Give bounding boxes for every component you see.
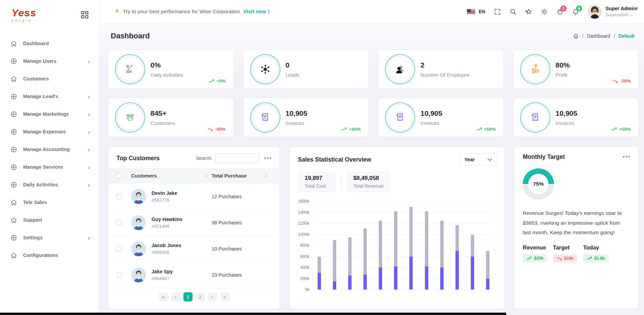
row-checkbox[interactable]	[117, 246, 122, 252]
trend-up-badge: +50%	[477, 127, 496, 132]
pagination-page-1[interactable]: 1	[183, 292, 193, 301]
widget-icon	[10, 234, 17, 241]
stacked-bar-10[interactable]	[455, 225, 459, 290]
user-menu[interactable]: Super Adminr Superadmin ⌄	[588, 4, 638, 19]
chevron-right-icon: ›	[88, 164, 90, 170]
user-avatar	[588, 4, 602, 19]
sidebar-item-manage-expenses[interactable]: Manage Expenses›	[0, 123, 99, 141]
period-select[interactable]: Year	[460, 153, 497, 166]
notifications-bell-icon[interactable]: 4	[572, 8, 579, 15]
sidebar-item-dashboard[interactable]: Dashboard	[0, 35, 99, 52]
chevron-right-icon: ›	[88, 129, 90, 135]
y-axis-tick: 200k	[300, 276, 309, 281]
chevron-right-icon: ›	[88, 111, 90, 117]
row-checkbox[interactable]	[117, 194, 122, 199]
fullscreen-icon[interactable]	[494, 8, 501, 15]
sidebar-item-support[interactable]: Support	[0, 211, 99, 229]
table-row[interactable]: Jacob Jones #589356 10 Purchases	[108, 236, 280, 262]
customer-avatar	[131, 241, 146, 256]
stat-label: Profit	[556, 72, 570, 78]
home-icon[interactable]	[573, 33, 579, 39]
sort-icon[interactable]: ▲▼	[265, 174, 267, 178]
stat-card-leads[interactable]: 0 Leads	[243, 50, 369, 89]
stat-card-customers[interactable]: 845+ Customers -40%	[108, 98, 234, 137]
sidebar-item-tele-sales[interactable]: Tele Sales	[0, 193, 99, 211]
user-role: Superadmin ⌄	[606, 12, 638, 17]
stat-label: Number Of Employee	[421, 72, 469, 78]
stacked-bar-11[interactable]	[471, 235, 474, 290]
stat-card-invoices-3[interactable]: 10,905 Invoices +50%	[513, 98, 639, 137]
stacked-bar-1[interactable]	[318, 257, 321, 290]
light-mode-icon[interactable]	[541, 8, 548, 15]
sort-icon[interactable]: ▲▼	[205, 174, 208, 178]
breadcrumb: / Dashboard / Default	[573, 33, 634, 39]
stat-card-daily-activities[interactable]: 0% Daily Activities +0%	[108, 50, 234, 89]
stacked-bar-6[interactable]	[394, 211, 397, 290]
customers-search-input[interactable]	[215, 153, 259, 163]
trend-up-icon	[587, 257, 592, 260]
pagination-prev[interactable]: ‹	[171, 292, 180, 301]
brand-logo[interactable]: Yess bangla	[12, 8, 36, 22]
stat-label: Daily Activities	[150, 72, 183, 78]
sidebar-item-label: Tele Sales	[23, 200, 47, 205]
table-row[interactable]: Guy Hawkins #321489 38 Purchases	[108, 210, 280, 236]
apps-grid-icon[interactable]	[81, 11, 89, 19]
pagination-first[interactable]: «	[159, 292, 168, 301]
monthly-target-title: Monthly Target	[523, 153, 565, 161]
panel-menu-dots-icon[interactable]: •••	[623, 156, 631, 158]
stat-value: 0%	[150, 61, 183, 69]
search-icon[interactable]	[509, 8, 517, 15]
visit-now-link[interactable]: Visit now !	[243, 8, 269, 15]
stacked-bar-4[interactable]	[363, 228, 367, 290]
column-total-purchase[interactable]: Total Purchase	[212, 173, 247, 179]
column-customers[interactable]: Customers	[131, 173, 157, 179]
stacked-bar-7[interactable]	[409, 207, 413, 290]
breadcrumb-parent[interactable]: Dashboard	[587, 33, 610, 39]
total-cost-box: 19,897 Total Cost	[298, 171, 336, 192]
widget-icon	[10, 111, 17, 118]
trend-up-badge: +50%	[611, 127, 631, 132]
select-all-checkbox[interactable]	[117, 173, 122, 179]
stacked-bar-5[interactable]	[379, 221, 382, 290]
sidebar-item-configurations[interactable]: Configurations	[0, 246, 99, 264]
sidebar-item-manage-users[interactable]: Manage Users›	[0, 52, 99, 70]
stacked-bar-2[interactable]	[333, 240, 336, 290]
period-value: Year	[464, 157, 475, 162]
sidebar-item-settings[interactable]: Settings›	[0, 229, 99, 246]
sidebar-item-manage-accounting[interactable]: Manage Accounting›	[0, 141, 99, 158]
y-axis-tick: 800k	[300, 243, 309, 248]
sidebar-item-customers[interactable]: Customers	[0, 70, 99, 88]
pagination-page-2[interactable]: 2	[196, 292, 205, 301]
favorites-star-icon[interactable]	[525, 8, 532, 15]
sidebar-item-daily-activities[interactable]: Daily Activities›	[0, 176, 99, 193]
stat-value: 10,905	[286, 109, 307, 117]
invoice-icon	[388, 105, 412, 130]
stacked-bar-9[interactable]	[440, 221, 444, 290]
sidebar-item-manage-marketings[interactable]: Manage Marketings›	[0, 105, 99, 123]
stacked-bar-3[interactable]	[348, 237, 352, 290]
stat-card-invoices-2[interactable]: 10,905 Invoices +50%	[378, 98, 504, 137]
trend-down-icon	[557, 257, 562, 260]
sidebar-item-manage-lead-s[interactable]: Manage Lead's›	[0, 88, 99, 105]
row-checkbox[interactable]	[117, 272, 122, 278]
widget-icon	[10, 128, 17, 135]
stat-card-employees[interactable]: 2 Number Of Employee	[378, 50, 504, 89]
chevron-right-icon: ›	[88, 58, 90, 64]
stacked-bar-12[interactable]	[486, 251, 489, 290]
pagination-next[interactable]: ›	[208, 292, 217, 301]
target-description: Revenue Surges! Today's earnings soar to…	[515, 208, 638, 238]
table-row[interactable]: Devin Jake #562778 12 Purchases	[108, 184, 280, 210]
sidebar: Yess bangla DashboardManage Users›Custom…	[0, 0, 99, 315]
table-row[interactable]: Jake Spy #954687 23 Purchases	[108, 262, 280, 288]
cart-icon[interactable]: 2	[556, 8, 564, 15]
panel-menu-dots-icon[interactable]: •••	[264, 157, 272, 160]
stat-card-profit[interactable]: 80% Profit -20%	[513, 50, 639, 89]
row-checkbox[interactable]	[117, 220, 122, 225]
stat-card-invoices-1[interactable]: 10,905 Invoices +50%	[243, 98, 369, 137]
language-switcher[interactable]: EN	[467, 9, 485, 15]
sidebar-item-manage-services[interactable]: Manage Services›	[0, 158, 99, 176]
brand-subtitle: bangla	[12, 19, 36, 22]
stacked-bar-8[interactable]	[425, 211, 428, 290]
pagination-last[interactable]: »	[220, 292, 229, 301]
customer-id: #562778	[151, 198, 212, 203]
